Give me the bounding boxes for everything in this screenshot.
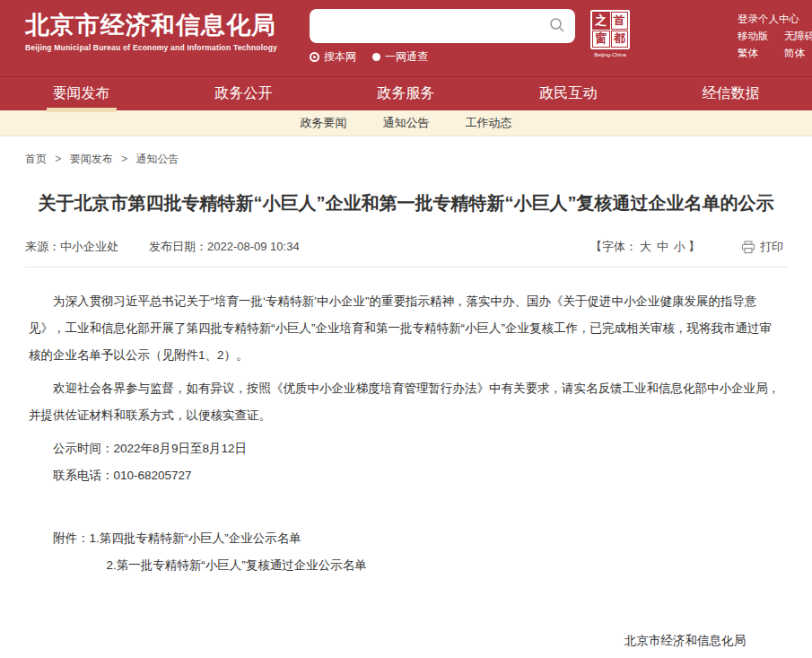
date-label: 发布日期：	[149, 240, 207, 253]
logo-char: 之	[592, 12, 610, 30]
article-signature: 北京市经济和信息化局 2022年8月9日	[29, 626, 783, 658]
attachment-link-1[interactable]: 1.第四批专精特新“小巨人”企业公示名单	[90, 531, 301, 545]
attachments-label: 附件：	[53, 531, 90, 545]
printer-icon	[741, 241, 755, 254]
article-body: 为深入贯彻习近平总书记关于“培育一批‘专精特新’中小企业”的重要指示精神，落实中…	[0, 268, 812, 658]
source-value: 中小企业处	[60, 240, 118, 253]
date-value: 2022-08-09 10:34	[207, 240, 300, 253]
nav-tab-government-services[interactable]: 政务服务	[325, 77, 487, 110]
header-quick-links: 登录个人中心 移动版 无障碍 繁体 简体	[738, 11, 812, 62]
sub-navigation: 政务要闻 通知公告 工作动态	[0, 110, 812, 136]
font-size-medium-button[interactable]: 中	[657, 240, 668, 253]
contact-phone-value: 010-68205727	[114, 469, 192, 482]
scope-option-label: 搜本网	[324, 49, 356, 65]
article-publish-date: 发布日期：2022-08-09 10:34	[149, 239, 300, 255]
print-button[interactable]: 打印	[741, 239, 783, 255]
font-size-small-button[interactable]: 小	[674, 240, 685, 253]
scope-option-site[interactable]: 搜本网	[310, 49, 356, 65]
subnav-item-government-news[interactable]: 政务要闻	[301, 115, 347, 131]
breadcrumb-separator: >	[121, 153, 127, 165]
article-source: 来源：中小企业处	[25, 239, 118, 255]
search-area: 搜本网 一网通查	[310, 9, 575, 65]
search-icon	[548, 16, 566, 34]
nav-tab-news-release[interactable]: 要闻发布	[0, 77, 162, 110]
font-size-bracket: 【字体：	[590, 240, 637, 253]
simplified-chinese-link[interactable]: 简体	[784, 45, 812, 62]
site-title: 北京市经济和信息化局	[25, 12, 277, 39]
font-size-control: 【字体：大中小】	[590, 239, 700, 255]
breadcrumb-separator: >	[55, 153, 61, 165]
login-personal-center-link[interactable]: 登录个人中心	[738, 11, 799, 28]
accessibility-link[interactable]: 无障碍	[784, 28, 812, 45]
radio-selected-icon	[310, 52, 319, 62]
search-input[interactable]	[310, 9, 575, 43]
publicity-period-label: 公示时间：	[53, 442, 114, 455]
search-scope-options: 搜本网 一网通查	[310, 49, 575, 65]
breadcrumb: 首页 > 要闻发布 > 通知公告	[0, 136, 812, 167]
nav-tab-label: 要闻发布	[53, 84, 110, 103]
publicity-period-value: 2022年8月9日至8月12日	[114, 442, 248, 455]
nav-tab-label: 经信数据	[703, 84, 760, 103]
site-header: 北京市经济和信息化局 Beijing Municipal Bureau of E…	[0, 0, 812, 76]
font-size-bracket: 】	[688, 240, 700, 253]
site-title-en: Beijing Municipal Bureau of Economy and …	[25, 43, 277, 52]
main-navigation: 要闻发布 政务公开 政务服务 政民互动 经信数据	[0, 76, 812, 110]
nav-tab-government-affairs-open[interactable]: 政务公开	[162, 77, 325, 110]
nav-tab-label: 政务公开	[215, 84, 273, 103]
source-label: 来源：	[25, 240, 60, 253]
logo-caption: Beijing-China	[589, 52, 631, 57]
breadcrumb-news-release-link[interactable]: 要闻发布	[70, 153, 113, 165]
logo-char: 都	[611, 31, 629, 48]
mobile-version-link[interactable]: 移动版	[738, 28, 770, 45]
nav-tab-public-interaction[interactable]: 政民互动	[487, 77, 650, 110]
publicity-period-line: 公示时间：2022年8月9日至8月12日	[29, 435, 783, 462]
nav-tab-label: 政务服务	[378, 84, 435, 103]
nav-tab-label: 政民互动	[540, 84, 598, 103]
print-label: 打印	[760, 239, 783, 255]
article-paragraph: 为深入贯彻习近平总书记关于“培育一批‘专精特新’中小企业”的重要指示精神，落实中…	[29, 288, 783, 369]
contact-phone-line: 联系电话：010-68205727	[29, 462, 783, 489]
subnav-item-notices[interactable]: 通知公告	[383, 115, 430, 131]
subnav-item-work-updates[interactable]: 工作动态	[466, 115, 512, 131]
site-brand[interactable]: 北京市经济和信息化局 Beijing Municipal Bureau of E…	[25, 12, 277, 52]
breadcrumb-notices-link[interactable]: 通知公告	[135, 153, 179, 165]
scope-option-network[interactable]: 一网通查	[372, 49, 428, 65]
article-title: 关于北京市第四批专精特新“小巨人”企业和第一批专精特新“小巨人”复核通过企业名单…	[32, 189, 780, 217]
font-size-large-button[interactable]: 大	[640, 240, 651, 253]
attachment-link-2[interactable]: 2.第一批专精特新“小巨人”复核通过企业公示名单	[106, 558, 366, 572]
breadcrumb-home-link[interactable]: 首页	[25, 153, 47, 165]
logo-char: 窗	[592, 31, 610, 48]
traditional-chinese-link[interactable]: 繁体	[738, 45, 770, 62]
search-button[interactable]	[546, 15, 568, 37]
article-meta-row: 来源：中小企业处 发布日期：2022-08-09 10:34 【字体：大中小】 …	[25, 239, 787, 255]
logo-char: 首	[611, 12, 629, 30]
scope-option-label: 一网通查	[385, 49, 428, 65]
nav-tab-economic-data[interactable]: 经信数据	[650, 77, 812, 110]
capital-window-seal-icon: 之 首 窗 都	[590, 10, 630, 49]
capital-window-logo[interactable]: 之 首 窗 都 Beijing-China	[589, 10, 631, 57]
radio-unselected-icon	[372, 53, 380, 61]
article-paragraph: 欢迎社会各界参与监督，如有异议，按照《优质中小企业梯度培育管理暂行办法》中有关要…	[29, 375, 783, 429]
signature-organization: 北京市经济和信息化局	[29, 626, 746, 655]
attachments-block: 附件：1.第四批专精特新“小巨人”企业公示名单 2.第一批专精特新“小巨人”复核…	[29, 525, 783, 579]
contact-phone-label: 联系电话：	[53, 469, 114, 482]
